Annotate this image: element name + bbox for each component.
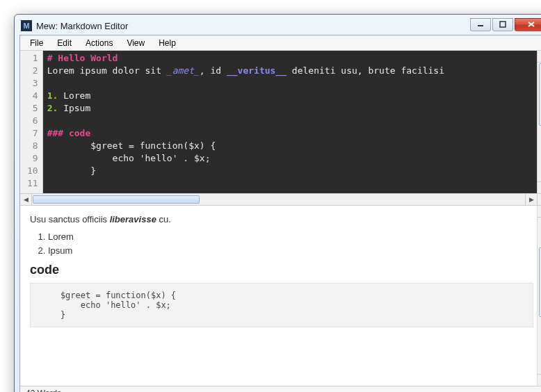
scroll-left-arrow-icon[interactable]: ◀ bbox=[20, 194, 32, 205]
preview-heading: code bbox=[30, 263, 533, 277]
editor-vertical-scrollbar[interactable]: ▲ ▼ bbox=[537, 51, 541, 193]
editor-horizontal-scrollbar[interactable]: ◀ ▶ bbox=[20, 193, 541, 205]
titlebar[interactable]: M Mew: Markdown Editor bbox=[19, 19, 541, 35]
line-number: 2 bbox=[27, 65, 38, 77]
preview-codeblock: $greet = function($x) { echo 'hello' . $… bbox=[30, 283, 533, 327]
preview-text: Usu sanctus officiis bbox=[30, 214, 110, 224]
menubar: File Edit Actions View Help bbox=[20, 35, 541, 51]
client-area: File Edit Actions View Help 123456789101… bbox=[19, 35, 541, 392]
line-number: 4 bbox=[27, 90, 38, 102]
preview-list: LoremIpsum bbox=[48, 231, 533, 256]
editor-body: 1234567891011 # Hello WorldLorem ipsum d… bbox=[20, 51, 541, 193]
code-line[interactable]: } bbox=[47, 165, 533, 177]
line-number: 7 bbox=[27, 127, 38, 140]
line-number: 3 bbox=[27, 77, 38, 90]
preview-text: cu. bbox=[156, 214, 171, 224]
close-button[interactable] bbox=[515, 18, 541, 31]
preview-emph: liberavisse bbox=[110, 214, 156, 224]
code-line[interactable] bbox=[47, 177, 533, 190]
code-line[interactable]: echo 'hello' . $x; bbox=[47, 152, 533, 165]
line-number: 1 bbox=[27, 52, 38, 65]
line-number: 6 bbox=[27, 115, 38, 127]
list-item: Ipsum bbox=[48, 245, 533, 256]
editor-pane: 1234567891011 # Hello WorldLorem ipsum d… bbox=[20, 51, 541, 206]
line-number: 11 bbox=[27, 177, 38, 190]
line-number: 5 bbox=[27, 102, 38, 115]
hscroll-track[interactable] bbox=[32, 194, 525, 205]
scroll-up-arrow-icon[interactable]: ▲ bbox=[538, 206, 541, 218]
preview-pane: Usu sanctus officiis liberavisse cu. Lor… bbox=[20, 206, 541, 386]
line-gutter: 1234567891011 bbox=[20, 51, 43, 193]
list-item: Lorem bbox=[48, 231, 533, 242]
window-title: Mew: Markdown Editor bbox=[36, 21, 470, 31]
code-line[interactable]: Lorem ipsum dolor sit _amet_, id __verit… bbox=[47, 65, 533, 77]
code-line[interactable]: ### code bbox=[47, 127, 533, 140]
code-line[interactable] bbox=[47, 77, 533, 90]
svg-rect-1 bbox=[500, 22, 506, 27]
minimize-button[interactable] bbox=[470, 18, 491, 31]
code-line[interactable] bbox=[47, 115, 533, 127]
scroll-down-arrow-icon[interactable]: ▼ bbox=[538, 374, 541, 386]
code-line[interactable]: 1. Lorem bbox=[47, 90, 533, 102]
app-window: M Mew: Markdown Editor File Edit Actions… bbox=[14, 14, 541, 392]
code-editor[interactable]: # Hello WorldLorem ipsum dolor sit _amet… bbox=[43, 51, 537, 193]
hscroll-thumb[interactable] bbox=[33, 195, 200, 204]
preview-vertical-scrollbar[interactable]: ▲ ▼ bbox=[537, 206, 541, 386]
close-icon bbox=[527, 21, 535, 28]
menu-edit[interactable]: Edit bbox=[50, 37, 79, 49]
minimize-icon bbox=[477, 21, 484, 28]
maximize-button[interactable] bbox=[492, 18, 513, 31]
scroll-right-arrow-icon[interactable]: ▶ bbox=[525, 194, 537, 205]
preview-paragraph: Usu sanctus officiis liberavisse cu. bbox=[30, 214, 533, 224]
scroll-down-arrow-icon[interactable]: ▼ bbox=[538, 181, 541, 193]
line-number: 9 bbox=[27, 152, 38, 165]
menu-actions[interactable]: Actions bbox=[79, 37, 120, 49]
menu-help[interactable]: Help bbox=[152, 37, 183, 49]
code-line[interactable]: 2. Ipsum bbox=[47, 102, 533, 115]
code-line[interactable]: # Hello World bbox=[47, 52, 533, 65]
line-number: 10 bbox=[27, 165, 38, 177]
code-line[interactable]: $greet = function($x) { bbox=[47, 140, 533, 152]
window-controls bbox=[470, 18, 541, 31]
menu-file[interactable]: File bbox=[23, 37, 50, 49]
scroll-up-arrow-icon[interactable]: ▲ bbox=[538, 51, 541, 63]
menu-view[interactable]: View bbox=[120, 37, 152, 49]
scroll-corner bbox=[537, 194, 541, 205]
app-icon: M bbox=[21, 20, 32, 31]
line-number: 8 bbox=[27, 140, 38, 152]
maximize-icon bbox=[499, 21, 506, 28]
word-count: 43 Words. bbox=[26, 389, 63, 393]
statusbar: 43 Words. bbox=[20, 386, 541, 392]
